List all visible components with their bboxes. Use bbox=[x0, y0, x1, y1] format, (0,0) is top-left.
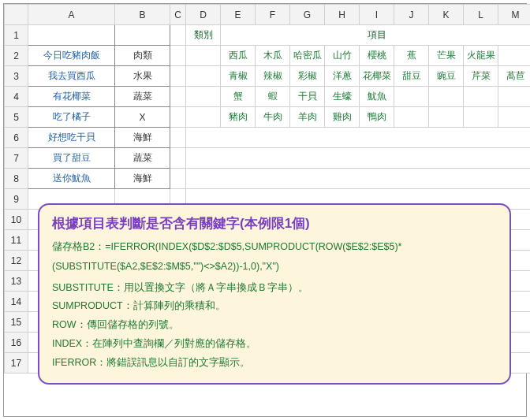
item-cell[interactable]: 西瓜 bbox=[221, 46, 256, 66]
col-header-E[interactable]: E bbox=[221, 5, 256, 25]
cell-C7[interactable] bbox=[170, 148, 186, 169]
col-header-H[interactable]: H bbox=[325, 5, 360, 25]
cat-fruit[interactable]: 水果 bbox=[186, 46, 221, 66]
item-cell[interactable]: 牛肉 bbox=[256, 107, 290, 128]
item-cell[interactable]: 山竹 bbox=[325, 46, 360, 66]
col-header-C[interactable]: C bbox=[170, 5, 186, 25]
item-cell[interactable] bbox=[429, 87, 464, 107]
item-cell[interactable] bbox=[498, 107, 531, 128]
row-header-6[interactable]: 6 bbox=[5, 128, 28, 148]
cell-A3[interactable]: 我去買西瓜 bbox=[28, 66, 115, 87]
item-cell[interactable]: 魷魚 bbox=[360, 87, 394, 107]
item-cell[interactable]: 辣椒 bbox=[256, 66, 290, 87]
cell-B2[interactable]: 肉類 bbox=[115, 46, 170, 66]
items-header-items[interactable]: 項目 bbox=[221, 25, 531, 46]
row-header-8[interactable]: 8 bbox=[5, 169, 28, 189]
cell-B3[interactable]: 水果 bbox=[115, 66, 170, 87]
col-header-G[interactable]: G bbox=[290, 5, 325, 25]
cell-A6[interactable]: 好想吃干貝 bbox=[28, 128, 115, 148]
item-cell[interactable]: 萵苣 bbox=[498, 66, 531, 87]
header-input[interactable]: 輸入 bbox=[28, 25, 115, 46]
row-header-11[interactable]: 11 bbox=[5, 230, 28, 251]
header-category[interactable]: 類別 bbox=[115, 25, 170, 46]
row-header-13[interactable]: 13 bbox=[5, 271, 28, 292]
select-all-corner[interactable] bbox=[5, 5, 28, 25]
item-cell[interactable]: 彩椒 bbox=[290, 66, 325, 87]
item-cell[interactable]: 芹菜 bbox=[464, 66, 498, 87]
row-header-10[interactable]: 10 bbox=[5, 210, 28, 230]
item-cell[interactable]: 生蠔 bbox=[325, 87, 360, 107]
row-header-16[interactable]: 16 bbox=[5, 333, 28, 353]
item-cell[interactable] bbox=[394, 107, 429, 128]
item-cell[interactable] bbox=[498, 87, 531, 107]
item-cell[interactable]: 櫻桃 bbox=[360, 46, 394, 66]
col-header-A[interactable]: A bbox=[28, 5, 115, 25]
item-cell[interactable]: 干貝 bbox=[290, 87, 325, 107]
row-header-1[interactable]: 1 bbox=[5, 25, 28, 46]
row-header-15[interactable]: 15 bbox=[5, 312, 28, 333]
cell-A5[interactable]: 吃了橘子 bbox=[28, 107, 115, 128]
cell-B4[interactable]: 蔬菜 bbox=[115, 87, 170, 107]
cell-D7[interactable] bbox=[186, 148, 531, 169]
item-cell[interactable]: 雞肉 bbox=[325, 107, 360, 128]
item-cell[interactable]: 羊肉 bbox=[290, 107, 325, 128]
cell-A2[interactable]: 今日吃豬肉飯 bbox=[28, 46, 115, 66]
col-header-L[interactable]: L bbox=[464, 5, 498, 25]
item-cell[interactable]: 木瓜 bbox=[256, 46, 290, 66]
item-cell[interactable]: 甜豆 bbox=[394, 66, 429, 87]
row-header-5[interactable]: 5 bbox=[5, 107, 28, 128]
item-cell[interactable]: 哈密瓜 bbox=[290, 46, 325, 66]
cell-D8[interactable] bbox=[186, 169, 531, 189]
cat-veg[interactable]: 蔬菜 bbox=[186, 66, 221, 87]
item-cell[interactable]: 蟹 bbox=[221, 87, 256, 107]
col-header-D[interactable]: D bbox=[186, 5, 221, 25]
col-header-K[interactable]: K bbox=[429, 5, 464, 25]
item-cell[interactable]: 豬肉 bbox=[221, 107, 256, 128]
cell-B7[interactable]: 蔬菜 bbox=[115, 148, 170, 169]
cell-B6[interactable]: 海鮮 bbox=[115, 128, 170, 148]
item-cell[interactable] bbox=[464, 87, 498, 107]
col-header-I[interactable]: I bbox=[360, 5, 394, 25]
cell-C2[interactable] bbox=[170, 46, 186, 66]
item-cell[interactable]: 蝦 bbox=[256, 87, 290, 107]
item-cell[interactable] bbox=[394, 87, 429, 107]
cell-D6[interactable] bbox=[186, 128, 531, 148]
item-cell[interactable]: 芒果 bbox=[429, 46, 464, 66]
cat-seafood[interactable]: 海鮮 bbox=[186, 87, 221, 107]
row-header-9[interactable]: 9 bbox=[5, 189, 28, 210]
row-header-3[interactable]: 3 bbox=[5, 66, 28, 87]
cell-A7[interactable]: 買了甜豆 bbox=[28, 148, 115, 169]
row-header-12[interactable]: 12 bbox=[5, 251, 28, 271]
item-cell[interactable]: 鴨肉 bbox=[360, 107, 394, 128]
item-cell[interactable] bbox=[498, 46, 531, 66]
item-cell[interactable] bbox=[429, 107, 464, 128]
col-header-B[interactable]: B bbox=[115, 5, 170, 25]
row-header-2[interactable]: 2 bbox=[5, 46, 28, 66]
row-header-7[interactable]: 7 bbox=[5, 148, 28, 169]
cell-C1[interactable] bbox=[170, 25, 186, 46]
item-cell[interactable]: 火龍果 bbox=[464, 46, 498, 66]
col-header-M[interactable]: M bbox=[498, 5, 531, 25]
cell-C4[interactable] bbox=[170, 87, 186, 107]
cell-C3[interactable] bbox=[170, 66, 186, 87]
col-header-J[interactable]: J bbox=[394, 5, 429, 25]
items-header-category[interactable]: 類別 bbox=[186, 25, 221, 46]
row-header-17[interactable]: 17 bbox=[5, 353, 28, 374]
item-cell[interactable]: 豌豆 bbox=[429, 66, 464, 87]
item-cell[interactable] bbox=[464, 107, 498, 128]
item-cell[interactable]: 蕉 bbox=[394, 46, 429, 66]
row-header-14[interactable]: 14 bbox=[5, 292, 28, 312]
cell-C8[interactable] bbox=[170, 169, 186, 189]
item-cell[interactable]: 花椰菜 bbox=[360, 66, 394, 87]
item-cell[interactable]: 青椒 bbox=[221, 66, 256, 87]
cat-meat[interactable]: 肉類 bbox=[186, 107, 221, 128]
cell-C6[interactable] bbox=[170, 128, 186, 148]
item-cell[interactable]: 洋蔥 bbox=[325, 66, 360, 87]
cell-C5[interactable] bbox=[170, 107, 186, 128]
cell-B8[interactable]: 海鮮 bbox=[115, 169, 170, 189]
cell-A8[interactable]: 送你魷魚 bbox=[28, 169, 115, 189]
cell-B5[interactable]: X bbox=[115, 107, 170, 128]
col-header-F[interactable]: F bbox=[256, 5, 290, 25]
cell-A4[interactable]: 有花椰菜 bbox=[28, 87, 115, 107]
row-header-4[interactable]: 4 bbox=[5, 87, 28, 107]
